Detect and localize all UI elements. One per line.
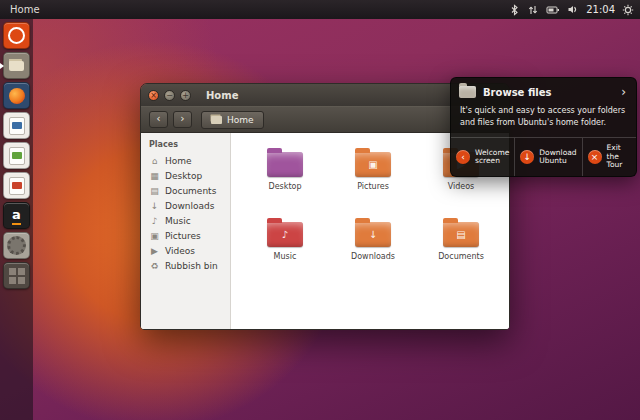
sidebar-item-pictures[interactable]: ▣Pictures (141, 228, 230, 243)
documents-icon: ▤ (149, 186, 160, 196)
next-chevron-icon[interactable]: › (619, 85, 628, 99)
folder-item-downloads[interactable]: ↓Downloads (331, 217, 415, 279)
indicator-tray: 21:04 (509, 4, 634, 16)
calc-icon (9, 147, 25, 165)
sidebar-item-label: Home (165, 156, 192, 166)
download-icon: ↓ (520, 150, 534, 164)
tour-title: Browse files (483, 87, 612, 98)
breadcrumb-label: Home (227, 115, 254, 125)
folder-label: Pictures (357, 182, 389, 191)
exit-tour-button[interactable]: × Exit the Tour (582, 138, 636, 176)
launcher-firefox[interactable] (3, 82, 30, 109)
bluetooth-icon[interactable] (509, 4, 520, 16)
folder-icon: ▤ (443, 222, 479, 247)
folder-label: Videos (448, 182, 475, 191)
sidebar-item-label: Desktop (165, 171, 202, 181)
writer-icon (9, 117, 25, 135)
launcher-workspace-switcher[interactable] (3, 262, 30, 289)
folder-icon (267, 152, 303, 177)
tour-button-label: Download Ubuntu (539, 149, 576, 166)
forward-button[interactable]: › (173, 111, 192, 128)
session-gear-icon[interactable] (622, 4, 634, 16)
desktop-icon: ▦ (149, 171, 160, 181)
folder-item-music[interactable]: ♪Music (243, 217, 327, 279)
tour-button-label: Welcome screen (475, 149, 509, 166)
folder-icon (211, 116, 222, 124)
breadcrumb-home[interactable]: Home (201, 111, 264, 129)
close-icon: × (588, 150, 602, 164)
amazon-icon: a (12, 207, 21, 225)
launcher-dash-home[interactable] (3, 22, 30, 49)
close-button[interactable]: × (148, 90, 159, 101)
files-app-icon (459, 86, 476, 98)
welcome-screen-button[interactable]: ‹ Welcome screen (451, 138, 514, 176)
folder-emblem: ♪ (282, 229, 288, 240)
folder-item-documents[interactable]: ▤Documents (419, 217, 503, 279)
sidebar-item-desktop[interactable]: ▦Desktop (141, 168, 230, 183)
volume-icon[interactable] (567, 4, 579, 15)
battery-icon[interactable] (546, 5, 560, 15)
pictures-icon: ▣ (149, 231, 160, 241)
folder-icon: ▣ (355, 152, 391, 177)
tour-button-label: Exit the Tour (607, 144, 631, 170)
folder-item-pictures[interactable]: ▣Pictures (331, 147, 415, 209)
folder-icon: ♪ (267, 222, 303, 247)
home-icon: ⌂ (149, 156, 160, 166)
videos-icon: ▶ (149, 246, 160, 256)
launcher-amazon[interactable]: a (3, 202, 30, 229)
launcher-files[interactable] (3, 52, 30, 79)
running-indicator (0, 63, 4, 69)
sidebar-item-downloads[interactable]: ↓Downloads (141, 198, 230, 213)
sidebar-item-rubbish-bin[interactable]: ♻Rubbish bin (141, 258, 230, 273)
panel-window-title: Home (10, 4, 40, 15)
launcher-libreoffice-impress[interactable] (3, 172, 30, 199)
folder-item-desktop[interactable]: Desktop (243, 147, 327, 209)
tour-header: Browse files › (451, 78, 636, 103)
rubbish-bin-icon: ♻ (149, 261, 160, 271)
places-sidebar: Places ⌂Home ▦Desktop ▤Documents ↓Downlo… (141, 133, 231, 329)
back-icon: ‹ (456, 150, 470, 164)
launcher-libreoffice-writer[interactable] (3, 112, 30, 139)
sidebar-item-label: Music (165, 216, 191, 226)
folder-label: Desktop (269, 182, 302, 191)
downloads-icon: ↓ (149, 201, 160, 211)
back-button[interactable]: ‹ (149, 111, 168, 128)
desktop: Home 21:04 a × − + Home ‹ › (0, 0, 640, 420)
impress-icon (9, 177, 25, 195)
launcher-system-settings[interactable] (3, 232, 30, 259)
sidebar-item-label: Documents (165, 186, 216, 196)
clock[interactable]: 21:04 (586, 4, 615, 15)
tour-body-text: It's quick and easy to access your folde… (451, 103, 636, 137)
unity-launcher: a (0, 19, 33, 420)
sync-arrows-icon[interactable] (527, 4, 539, 16)
sidebar-item-label: Downloads (165, 201, 214, 211)
maximize-button[interactable]: + (180, 90, 191, 101)
sidebar-item-home[interactable]: ⌂Home (141, 153, 230, 168)
sidebar-item-label: Rubbish bin (165, 261, 218, 271)
folder-emblem: ↓ (369, 229, 377, 240)
minimize-button[interactable]: − (164, 90, 175, 101)
window-title: Home (206, 90, 238, 101)
sidebar-item-label: Pictures (165, 231, 201, 241)
launcher-libreoffice-calc[interactable] (3, 142, 30, 169)
folder-icon: ↓ (355, 222, 391, 247)
folder-emblem: ▣ (368, 159, 377, 170)
folder-emblem: ▤ (456, 229, 465, 240)
folder-label: Music (274, 252, 297, 261)
music-icon: ♪ (149, 216, 160, 226)
sidebar-item-documents[interactable]: ▤Documents (141, 183, 230, 198)
sidebar-item-label: Videos (165, 246, 195, 256)
tour-footer: ‹ Welcome screen ↓ Download Ubuntu × Exi… (451, 137, 636, 176)
top-panel: Home 21:04 (0, 0, 640, 19)
sidebar-item-music[interactable]: ♪Music (141, 213, 230, 228)
tour-popup: Browse files › It's quick and easy to ac… (450, 77, 637, 177)
download-ubuntu-button[interactable]: ↓ Download Ubuntu (514, 138, 581, 176)
places-header: Places (141, 138, 230, 153)
folder-label: Downloads (351, 252, 395, 261)
sidebar-item-videos[interactable]: ▶Videos (141, 243, 230, 258)
folder-label: Documents (438, 252, 484, 261)
